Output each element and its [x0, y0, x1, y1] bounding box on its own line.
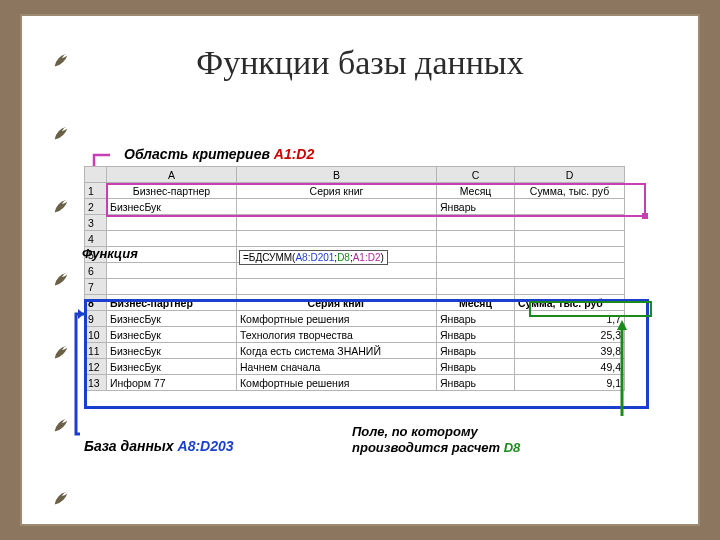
cell: Технология творчества [237, 327, 437, 343]
cell [237, 199, 437, 215]
blank-row: 4 [85, 231, 625, 247]
cell: Серия книг [237, 295, 437, 311]
cell: Когда есть система ЗНАНИЙ [237, 343, 437, 359]
cell: 49,4 [515, 359, 625, 375]
row-number: 2 [85, 199, 107, 215]
criteria-value-row: 2 БизнесБук Январь [85, 199, 625, 215]
field-label-line2: производится расчет [352, 440, 500, 455]
table-row: 10БизнесБукТехнология творчестваЯнварь25… [85, 327, 625, 343]
cell: 39,8 [515, 343, 625, 359]
spreadsheet: A B C D 1 Бизнес-партнер Серия книг Меся… [84, 166, 625, 391]
row-number: 3 [85, 215, 107, 231]
leaf-icon [52, 343, 70, 361]
leaf-icon [52, 489, 70, 507]
cell [515, 199, 625, 215]
cell: БизнесБук [107, 311, 237, 327]
cell: БизнесБук [107, 327, 237, 343]
formula-arg3: A1:D2 [353, 252, 381, 263]
formula-prefix: =БДСУММ( [243, 252, 295, 263]
formula-arg1: A8:D201 [295, 252, 334, 263]
leaf-icon [52, 124, 70, 142]
blank-row: 3 [85, 215, 625, 231]
leaf-icon [52, 416, 70, 434]
table-row: 12БизнесБукНачнем сначалаЯнварь49,4 [85, 359, 625, 375]
database-label: База данных A8:D203 [84, 438, 234, 454]
cell: 9,1 [515, 375, 625, 391]
row-number: 4 [85, 231, 107, 247]
cell: Бизнес-партнер [107, 295, 237, 311]
criteria-header-row: 1 Бизнес-партнер Серия книг Месяц Сумма,… [85, 183, 625, 199]
cell: Информ 77 [107, 375, 237, 391]
cell: Январь [437, 327, 515, 343]
table-row: 9БизнесБукКомфортные решенияЯнварь1,7 [85, 311, 625, 327]
formula-display: =БДСУММ(A8:D201;D8;A1:D2) [239, 250, 388, 265]
cell: Серия книг [237, 183, 437, 199]
col-header: B [237, 167, 437, 183]
cell: 25,3 [515, 327, 625, 343]
col-header: A [107, 167, 237, 183]
criteria-label-text: Область критериев [124, 146, 270, 162]
cell: Январь [437, 199, 515, 215]
row-number: 7 [85, 279, 107, 295]
leaf-icon [52, 197, 70, 215]
cell: Сумма, тыс. руб [515, 183, 625, 199]
blank-row: 7 [85, 279, 625, 295]
field-label: Поле, по которому производится расчет D8 [352, 424, 520, 457]
row-number: 6 [85, 263, 107, 279]
row-number: 8 [85, 295, 107, 311]
cell: Январь [437, 375, 515, 391]
col-header: C [437, 167, 515, 183]
cell: Начнем сначала [237, 359, 437, 375]
criteria-label: Область критериев A1:D2 [124, 146, 314, 162]
row-number: 12 [85, 359, 107, 375]
cell: Комфортные решения [237, 311, 437, 327]
row-number: 11 [85, 343, 107, 359]
cell: Месяц [437, 295, 515, 311]
slide-title: Функции базы данных [22, 44, 698, 82]
column-header-row: A B C D [85, 167, 625, 183]
cell: Бизнес-партнер [107, 183, 237, 199]
database-label-ref: A8:D203 [178, 438, 234, 454]
leaf-icon [52, 270, 70, 288]
database-label-text: База данных [84, 438, 174, 454]
criteria-label-ref: A1:D2 [274, 146, 314, 162]
cell: Январь [437, 311, 515, 327]
function-label: Функция [82, 246, 138, 261]
table-row: 11БизнесБукКогда есть система ЗНАНИЙЯнва… [85, 343, 625, 359]
slide-frame: Функции базы данных Область критериев A1… [20, 14, 700, 526]
col-header: D [515, 167, 625, 183]
cell: Январь [437, 359, 515, 375]
cell: 1,7 [515, 311, 625, 327]
row-number: 1 [85, 183, 107, 199]
cell: БизнесБук [107, 199, 237, 215]
diagram-area: Область критериев A1:D2 A B C D 1 Бизнес… [84, 146, 654, 466]
cell: Комфортные решения [237, 375, 437, 391]
formula-suffix: ) [381, 252, 384, 263]
cell: Январь [437, 343, 515, 359]
data-header-row: 8 Бизнес-партнер Серия книг Месяц Сумма,… [85, 295, 625, 311]
cell: БизнесБук [107, 343, 237, 359]
cell: БизнесБук [107, 359, 237, 375]
row-number: 9 [85, 311, 107, 327]
bullet-column [52, 51, 70, 507]
row-number: 13 [85, 375, 107, 391]
field-label-line1: Поле, по которому [352, 424, 478, 439]
corner-cell [85, 167, 107, 183]
field-label-ref: D8 [504, 440, 521, 455]
row-number: 10 [85, 327, 107, 343]
table-row: 13Информ 77Комфортные решенияЯнварь9,1 [85, 375, 625, 391]
formula-arg2: D8 [337, 252, 350, 263]
cell: Сумма, тыс. руб [515, 295, 625, 311]
cell: Месяц [437, 183, 515, 199]
